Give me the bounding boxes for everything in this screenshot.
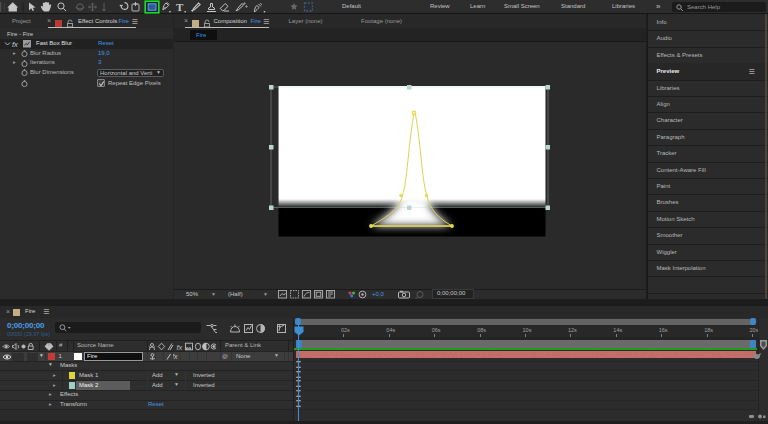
- svg-text:fx: fx: [12, 40, 18, 49]
- svg-text:T: T: [176, 1, 184, 13]
- svg-text:fx: fx: [172, 353, 178, 360]
- svg-text:fx: fx: [177, 342, 183, 351]
